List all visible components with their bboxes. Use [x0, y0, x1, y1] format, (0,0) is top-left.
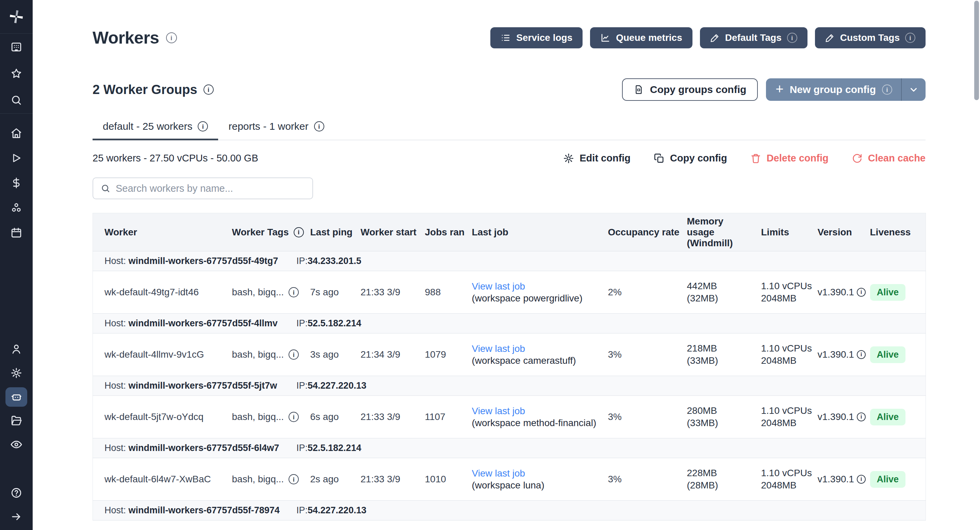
occupancy-rate: 3%: [608, 334, 687, 376]
sidebar-item-favorites[interactable]: [0, 60, 33, 87]
service-logs-button[interactable]: Service logs: [490, 27, 582, 48]
last-ping: 3s ago: [310, 334, 361, 376]
sidebar-item-user[interactable]: [0, 337, 33, 361]
custom-tags-info-icon[interactable]: i: [905, 33, 915, 43]
delete-config-button[interactable]: Delete config: [750, 153, 829, 164]
sidebar-item-usage[interactable]: [0, 170, 33, 195]
workers-table: Worker Worker Tags i Last ping Worker st…: [92, 213, 926, 520]
home-icon: [11, 128, 22, 139]
robot-icon: [11, 391, 22, 402]
tab-default[interactable]: default - 25 workers i: [92, 117, 218, 140]
worker-start: 21:33 3/9: [361, 458, 425, 501]
worker-group-tabs: default - 25 workers i reports - 1 worke…: [92, 117, 926, 140]
last-job-workspace: (workspace camerastuff): [472, 354, 603, 367]
memory-usage-windmill: (33MB): [687, 417, 756, 429]
version-info-icon[interactable]: i: [857, 475, 865, 484]
edit-config-button[interactable]: Edit config: [563, 153, 630, 164]
view-last-job-link[interactable]: View last job: [472, 343, 603, 354]
copy-config-button[interactable]: Copy config: [654, 153, 727, 164]
tab-reports-info-icon[interactable]: i: [314, 121, 324, 131]
last-ping: 6s ago: [310, 396, 361, 438]
jobs-ran: 988: [425, 271, 472, 314]
sidebar-item-search[interactable]: [0, 87, 33, 113]
windmill-logo[interactable]: [0, 0, 33, 34]
default-tags-button[interactable]: Default Tags i: [700, 27, 808, 48]
header-actions: Service logs Queue metrics Default Tags …: [490, 27, 926, 48]
sidebar-item-resources[interactable]: [0, 195, 33, 220]
worker-row: wk-default-5jt7w-oYdcq bash, bigq... i 6…: [93, 396, 926, 438]
default-tags-info-icon[interactable]: i: [787, 33, 797, 43]
col-occupancy-rate: Occupancy rate: [608, 213, 687, 251]
new-group-config-button[interactable]: + New group config i: [766, 78, 926, 101]
worker-version: v1.390.1: [818, 349, 854, 360]
worker-search: [92, 177, 313, 199]
jobs-ran: 1107: [425, 396, 472, 438]
col-worker-start: Worker start: [361, 213, 425, 251]
sidebar-item-folders[interactable]: [0, 409, 33, 433]
page-title: Workers: [92, 28, 159, 48]
star-icon: [11, 68, 22, 79]
new-group-config-info-icon[interactable]: i: [882, 85, 892, 95]
search-icon: [11, 94, 22, 106]
host-row: Host: windmill-workers-67757d55f-5jt7w I…: [93, 376, 926, 396]
page-scrollbar[interactable]: [974, 1, 979, 100]
col-jobs-ran: Jobs ran: [425, 213, 472, 251]
new-group-config-dropdown[interactable]: [902, 78, 926, 101]
view-last-job-link[interactable]: View last job: [472, 405, 603, 417]
worker-version: v1.390.1: [818, 412, 854, 422]
tags-info-icon[interactable]: i: [288, 350, 299, 360]
memory-usage: 280MB: [687, 405, 756, 417]
tab-default-info-icon[interactable]: i: [198, 121, 208, 131]
worker-row: wk-default-4llmv-9v1cG bash, bigq... i 3…: [93, 334, 926, 376]
limit-cpu: 1.10 vCPUs: [761, 467, 813, 479]
version-info-icon[interactable]: i: [857, 350, 865, 359]
sidebar: [0, 0, 33, 530]
sidebar-item-schedules[interactable]: [0, 220, 33, 245]
host-row: Host: windmill-workers-67757d55f-78974 I…: [93, 501, 926, 520]
queue-metrics-button[interactable]: Queue metrics: [590, 27, 692, 48]
clean-cache-button[interactable]: Clean cache: [852, 153, 926, 164]
sidebar-item-settings[interactable]: [0, 361, 33, 385]
occupancy-rate: 3%: [608, 458, 687, 501]
worker-groups-info-icon[interactable]: i: [204, 85, 214, 95]
calendar-icon: [11, 227, 22, 238]
dollar-icon: [11, 177, 22, 189]
tags-info-icon[interactable]: i: [288, 412, 299, 422]
liveness-badge: Alive: [870, 471, 906, 488]
view-last-job-link[interactable]: View last job: [472, 280, 603, 292]
sidebar-item-runs[interactable]: [0, 145, 33, 170]
chart-icon: [600, 33, 611, 43]
tags-info-icon[interactable]: i: [288, 287, 299, 297]
workers-info-icon[interactable]: i: [166, 32, 177, 43]
copy-groups-config-button[interactable]: Copy groups config: [622, 78, 758, 101]
worker-tags-info-icon[interactable]: i: [294, 227, 304, 238]
host-row: Host: windmill-workers-67757d55f-49tg7 I…: [93, 251, 926, 271]
tags-info-icon[interactable]: i: [288, 474, 299, 484]
liveness-badge: Alive: [870, 346, 906, 363]
worker-version: v1.390.1: [818, 287, 854, 298]
sidebar-item-help[interactable]: [0, 481, 33, 505]
sidebar-item-home[interactable]: [0, 121, 33, 145]
limit-cpu: 1.10 vCPUs: [761, 405, 813, 417]
cubes-icon: [11, 202, 22, 214]
last-ping: 2s ago: [310, 458, 361, 501]
worker-name: wk-default-49tg7-idt46: [93, 271, 232, 314]
tab-reports[interactable]: reports - 1 worker i: [218, 117, 334, 140]
last-job-workspace: (workspace powergridlive): [472, 292, 603, 304]
sidebar-item-workers[interactable]: [0, 385, 33, 409]
custom-tags-button[interactable]: Custom Tags i: [815, 27, 926, 48]
worker-name: wk-default-6l4w7-XwBaC: [93, 458, 232, 501]
worker-start: 21:33 3/9: [361, 396, 425, 438]
group-summary: 25 workers - 27.50 vCPUs - 50.00 GB: [92, 153, 258, 164]
version-info-icon[interactable]: i: [857, 288, 865, 297]
worker-tags: bash, bigq...: [232, 287, 284, 298]
version-info-icon[interactable]: i: [857, 412, 865, 421]
sidebar-item-audit[interactable]: [0, 433, 33, 457]
view-last-job-link[interactable]: View last job: [472, 467, 603, 479]
search-workers-input[interactable]: [116, 183, 305, 194]
liveness-badge: Alive: [870, 409, 906, 425]
sidebar-collapse-toggle[interactable]: [0, 505, 33, 528]
sidebar-item-apps[interactable]: [0, 34, 33, 60]
worker-row: wk-default-6l4w7-XwBaC bash, bigq... i 2…: [93, 458, 926, 501]
memory-usage-windmill: (32MB): [687, 292, 756, 305]
